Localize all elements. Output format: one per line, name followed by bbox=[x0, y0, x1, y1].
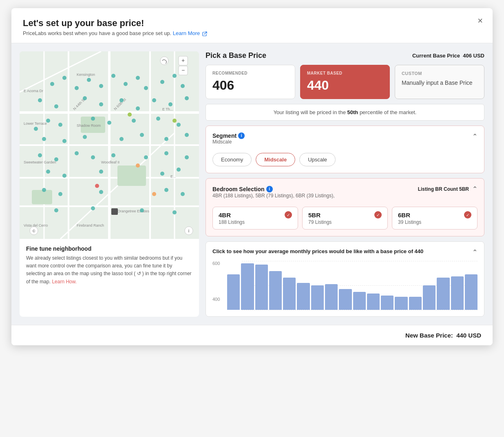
svg-point-51 bbox=[58, 123, 62, 127]
bedroom-title: Bedroom Selection i bbox=[212, 186, 273, 192]
chart-section: Click to see how your average monthly pr… bbox=[206, 241, 484, 317]
br-card-4br[interactable]: 4BR ✓ 188 Listings bbox=[212, 207, 298, 230]
svg-point-87 bbox=[95, 184, 99, 188]
chart-bar[interactable] bbox=[367, 294, 380, 310]
svg-point-57 bbox=[42, 137, 46, 141]
chart-area: 600 400 bbox=[212, 261, 477, 310]
learn-more-link[interactable]: Learn More bbox=[173, 30, 207, 36]
chart-bar[interactable] bbox=[283, 278, 296, 310]
segment-section: Segment i Midscale ⌃ Economy Midscale Up… bbox=[206, 126, 484, 173]
svg-point-83 bbox=[91, 206, 95, 210]
chart-bar[interactable] bbox=[423, 285, 435, 310]
chart-bar[interactable] bbox=[269, 271, 282, 310]
chart-bar[interactable] bbox=[297, 283, 309, 310]
chart-bar[interactable] bbox=[255, 265, 268, 310]
current-base-price-value: 406 USD bbox=[463, 53, 484, 59]
svg-point-58 bbox=[62, 139, 66, 143]
svg-point-52 bbox=[91, 117, 95, 121]
close-button[interactable]: × bbox=[477, 16, 483, 25]
svg-point-78 bbox=[58, 192, 62, 196]
svg-text:Shadow Room: Shadow Room bbox=[77, 124, 101, 128]
svg-point-60 bbox=[119, 137, 124, 141]
segment-midscale-button[interactable]: Midscale bbox=[256, 153, 295, 166]
chart-bar[interactable] bbox=[311, 285, 324, 310]
svg-text:−: − bbox=[181, 67, 185, 73]
segment-upscale-button[interactable]: Upscale bbox=[299, 153, 336, 166]
svg-point-67 bbox=[91, 155, 95, 159]
chart-price-value: 440 bbox=[415, 248, 424, 254]
custom-label: CUSTOM bbox=[402, 71, 477, 76]
segment-title: Segment i bbox=[212, 132, 245, 139]
br-card-5br[interactable]: 5BR ✓ 79 Listings bbox=[302, 207, 388, 230]
svg-point-39 bbox=[181, 84, 185, 88]
recommended-price-card[interactable]: RECOMMENDED 406 bbox=[206, 65, 295, 99]
chart-bar[interactable] bbox=[451, 276, 464, 310]
modal-subtitle: PriceLabs works best when you have a goo… bbox=[23, 30, 481, 36]
svg-point-82 bbox=[54, 208, 58, 212]
modal-title: Let's set up your base price! bbox=[23, 18, 481, 29]
br-4br-check: ✓ bbox=[285, 211, 292, 218]
segment-economy-button[interactable]: Economy bbox=[212, 153, 252, 166]
market-based-price-card[interactable]: MARKET BASED 440 bbox=[300, 65, 390, 99]
learn-how-link[interactable]: Learn How. bbox=[52, 279, 77, 285]
svg-point-37 bbox=[160, 80, 164, 84]
bedroom-cards: 4BR ✓ 188 Listings 5BR ✓ 79 Listings bbox=[212, 207, 477, 230]
chart-bar[interactable] bbox=[395, 297, 407, 310]
svg-text:Firebrand Ranch: Firebrand Ranch bbox=[77, 223, 104, 227]
svg-point-75 bbox=[160, 172, 164, 176]
br-6br-count: 39 Listings bbox=[398, 219, 471, 225]
chart-bars bbox=[227, 261, 477, 310]
percentile-bar: Your listing will be priced in the 50th … bbox=[206, 104, 484, 121]
br-card-6br[interactable]: 6BR ✓ 39 Listings bbox=[392, 207, 477, 230]
chart-bar[interactable] bbox=[227, 274, 240, 310]
market-based-value: 440 bbox=[307, 78, 383, 93]
segment-subtitle: Midscale bbox=[212, 139, 245, 145]
left-panel: N 44th St N 60th St E Acoma Dr Lower Ter… bbox=[20, 51, 199, 317]
segment-collapse-button[interactable]: ⌃ bbox=[472, 132, 477, 140]
svg-point-31 bbox=[87, 78, 91, 82]
modal-header: Let's set up your base price! PriceLabs … bbox=[11, 8, 493, 43]
map-info-desc: We already select listings closest to yo… bbox=[26, 254, 192, 286]
chart-bar[interactable] bbox=[437, 278, 449, 310]
bedroom-listing-br: Listing BR Count 5BR bbox=[418, 186, 469, 192]
svg-point-35 bbox=[136, 76, 140, 80]
svg-point-56 bbox=[177, 123, 181, 127]
chart-collapse-button[interactable]: ⌃ bbox=[472, 248, 477, 256]
svg-rect-91 bbox=[111, 208, 118, 215]
svg-point-55 bbox=[156, 117, 160, 121]
svg-point-61 bbox=[140, 133, 144, 137]
chart-bar[interactable] bbox=[409, 297, 422, 310]
svg-point-71 bbox=[185, 155, 189, 159]
map-info-text: Fine tune neighborhood We already select… bbox=[20, 239, 199, 292]
svg-point-77 bbox=[42, 188, 46, 192]
svg-text:Kensington: Kensington bbox=[77, 73, 95, 77]
new-base-price-value: 440 USD bbox=[456, 332, 481, 339]
bedroom-info-icon[interactable]: i bbox=[266, 186, 273, 192]
br-5br-label: 5BR bbox=[308, 212, 321, 218]
recommended-label: RECOMMENDED bbox=[212, 71, 288, 75]
svg-text:E...: E... bbox=[170, 174, 176, 179]
chart-bar[interactable] bbox=[339, 289, 351, 310]
chart-bar[interactable] bbox=[325, 284, 338, 310]
svg-point-90 bbox=[172, 119, 177, 123]
svg-text:+: + bbox=[181, 57, 185, 64]
br-4br-label: 4BR bbox=[219, 212, 231, 218]
bedroom-subtitle: 4BR (188 Listings), 5BR (79 Listings), 6… bbox=[212, 193, 477, 199]
svg-point-96 bbox=[160, 57, 168, 65]
chart-bar[interactable] bbox=[465, 274, 477, 310]
svg-text:i: i bbox=[188, 228, 189, 233]
svg-point-28 bbox=[50, 82, 54, 86]
svg-point-47 bbox=[168, 102, 172, 106]
br-6br-label: 6BR bbox=[398, 212, 410, 218]
svg-point-45 bbox=[136, 106, 140, 110]
modal-footer: New Base Price: 440 USD bbox=[11, 325, 493, 345]
chart-bar[interactable] bbox=[381, 296, 393, 310]
svg-point-46 bbox=[152, 98, 156, 102]
segment-info-icon[interactable]: i bbox=[238, 132, 245, 139]
right-panel: Pick a Base Price Current Base Price 406… bbox=[206, 51, 484, 317]
custom-price-card[interactable]: CUSTOM Manually input a Base Price bbox=[395, 65, 484, 99]
bedroom-collapse-button[interactable]: ⌃ bbox=[472, 185, 477, 193]
chart-bar[interactable] bbox=[353, 292, 366, 310]
chart-bar[interactable] bbox=[241, 263, 254, 310]
svg-point-49 bbox=[46, 119, 50, 123]
